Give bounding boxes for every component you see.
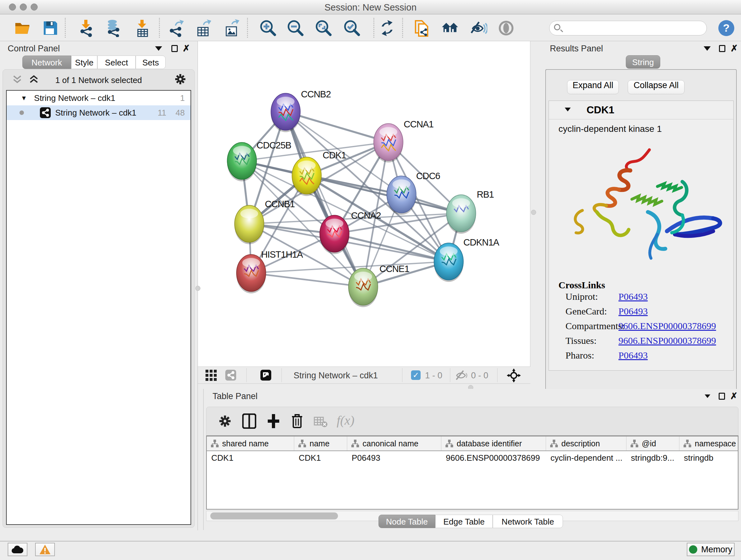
genecard-link[interactable]: P06493 — [618, 306, 648, 317]
column-header-namespace[interactable]: namespace — [679, 436, 738, 450]
tab-select[interactable]: Select — [97, 56, 136, 69]
node-label-RB1: RB1 — [477, 189, 494, 199]
delete-column-icon[interactable] — [291, 414, 304, 429]
tab-network-table[interactable]: Network Table — [493, 515, 563, 528]
node-CCNE1[interactable]: CCNE1 — [348, 264, 409, 307]
node-table[interactable]: shared nameCDK1nameCDK1canonical nameP06… — [206, 435, 738, 509]
crosslink-label: GeneCard: — [565, 306, 607, 317]
tab-style[interactable]: Style — [71, 56, 97, 69]
column-header-database-identifier[interactable]: database identifier — [441, 436, 546, 450]
column-header-shared-name[interactable]: shared name — [207, 436, 294, 450]
zoom-selected-icon[interactable] — [343, 19, 361, 37]
toolbar-separator — [497, 368, 497, 382]
tab-network[interactable]: Network — [22, 56, 71, 69]
export-image-icon[interactable] — [223, 19, 241, 37]
edge-CCNB2-CCNE1[interactable] — [286, 112, 363, 287]
expand-all-button[interactable]: Expand All — [567, 80, 619, 94]
refresh-view-icon[interactable] — [378, 19, 396, 37]
edge-CCNE1-HIST1H1A[interactable] — [251, 273, 363, 287]
column-type-icon — [630, 439, 638, 448]
network-list: ▼ String Network – cdk1 1 String Network… — [6, 90, 191, 525]
table-cell[interactable]: stringdb — [679, 450, 738, 464]
help-icon[interactable]: ? — [718, 19, 735, 37]
show-all-icon[interactable] — [497, 19, 515, 37]
column-header-canonical-name[interactable]: canonical name — [347, 436, 441, 450]
table-cell[interactable]: P06493 — [347, 450, 441, 464]
table-cell[interactable]: stringdb:9... — [626, 450, 679, 464]
import-table-icon[interactable] — [134, 19, 151, 37]
memory-button[interactable]: Memory — [687, 543, 735, 556]
detach-view-icon[interactable] — [260, 370, 271, 381]
add-column-icon[interactable] — [266, 414, 280, 429]
left-splitter-handle[interactable] — [195, 286, 200, 291]
tab-string[interactable]: String — [626, 55, 660, 69]
network-view-canvas[interactable]: CCNB2CCNA1CDC25BCDK1CDC6RB1CCNB1CCNA2CDK… — [198, 41, 530, 367]
table-panel-float-icon[interactable] — [704, 394, 711, 398]
results-panel-maximize-icon[interactable] — [719, 45, 725, 52]
export-table-icon[interactable] — [194, 19, 212, 37]
node-CDKN1A[interactable]: CDKN1A — [434, 237, 499, 282]
network-options-gear-icon[interactable] — [174, 73, 187, 85]
tab-edge-table[interactable]: Edge Table — [435, 515, 493, 528]
first-neighbors-icon[interactable] — [441, 19, 459, 37]
control-panel-close-icon[interactable]: ✗ — [183, 43, 190, 54]
tissues-link[interactable]: 9606.ENSP00000378699 — [618, 335, 716, 346]
table-cell[interactable]: CDK1 — [207, 450, 294, 464]
table-hscrollbar-thumb[interactable] — [210, 512, 338, 519]
column-type-icon — [211, 439, 219, 448]
hide-selected-icon[interactable] — [469, 19, 487, 37]
clone-network-icon[interactable] — [413, 19, 431, 37]
hidden-eye-icon[interactable] — [455, 370, 468, 381]
node-CDC6[interactable]: CDC6 — [387, 171, 440, 215]
column-header-@id[interactable]: @id — [626, 436, 679, 450]
save-session-icon[interactable] — [42, 19, 59, 37]
toolbar-separator — [247, 18, 248, 38]
zoom-in-icon[interactable] — [259, 19, 277, 37]
column-header-description[interactable]: description — [546, 436, 626, 450]
cloud-status-button[interactable] — [8, 543, 27, 556]
table-cell[interactable]: CDK1 — [294, 450, 347, 464]
table-panel-maximize-icon[interactable] — [719, 393, 725, 400]
table-panel-close-icon[interactable]: ✗ — [730, 391, 738, 401]
compartments-link[interactable]: 9606.ENSP00000378699 — [618, 320, 716, 331]
gene-expander-icon[interactable] — [565, 108, 571, 111]
collection-count: 1 — [180, 93, 185, 103]
network-selected-status: 1 of 1 Network selected — [3, 75, 194, 85]
zoom-fit-icon[interactable] — [315, 19, 333, 37]
string-view-icon[interactable] — [225, 370, 236, 381]
grid-view-icon[interactable] — [205, 370, 217, 381]
pharos-link[interactable]: P06493 — [618, 350, 648, 361]
birdseye-navigator-icon[interactable] — [507, 368, 521, 382]
show-columns-icon[interactable] — [242, 414, 256, 429]
search-input[interactable] — [566, 22, 700, 34]
node-label-CCNA2: CCNA2 — [351, 210, 381, 221]
network-collection-row[interactable]: ▼ String Network – cdk1 1 — [7, 91, 191, 105]
export-network-icon[interactable] — [167, 19, 185, 37]
selected-nodes-checkbox[interactable]: ✓ — [411, 370, 421, 380]
node-RB1[interactable]: RB1 — [447, 189, 494, 234]
right-splitter-handle[interactable] — [531, 210, 536, 215]
table-cell[interactable]: 9606.ENSP00000378699 — [441, 450, 546, 464]
zoom-out-icon[interactable] — [286, 19, 305, 37]
collapse-all-button[interactable]: Collapse All — [628, 80, 684, 94]
tab-node-table[interactable]: Node Table — [379, 515, 435, 528]
control-panel-float-icon[interactable] — [155, 46, 162, 51]
import-network-file-icon[interactable] — [77, 19, 95, 37]
results-panel-float-icon[interactable] — [704, 46, 711, 51]
table-cell[interactable]: cyclin-dependent ... — [546, 450, 626, 464]
node-label-CCNB2: CCNB2 — [301, 89, 331, 99]
table-options-gear-icon[interactable] — [218, 414, 232, 428]
results-panel-close-icon[interactable]: ✗ — [731, 43, 738, 54]
open-file-icon[interactable] — [13, 19, 31, 37]
network-row[interactable]: String Network – cdk1 11 48 — [7, 105, 191, 120]
warnings-button[interactable] — [35, 543, 55, 556]
uniprot-link[interactable]: P06493 — [618, 291, 648, 302]
control-panel-maximize-icon[interactable] — [172, 45, 178, 52]
string-network-graph[interactable]: CCNB2CCNA1CDC25BCDK1CDC6RB1CCNB1CCNA2CDK… — [198, 41, 530, 367]
collection-expander-icon[interactable]: ▼ — [21, 95, 27, 102]
column-header-name[interactable]: name — [294, 436, 347, 450]
tab-sets[interactable]: Sets — [136, 56, 165, 69]
delete-table-icon — [314, 416, 328, 428]
import-network-database-icon[interactable] — [105, 19, 122, 37]
gene-section-header[interactable]: CDK1 — [549, 101, 733, 119]
